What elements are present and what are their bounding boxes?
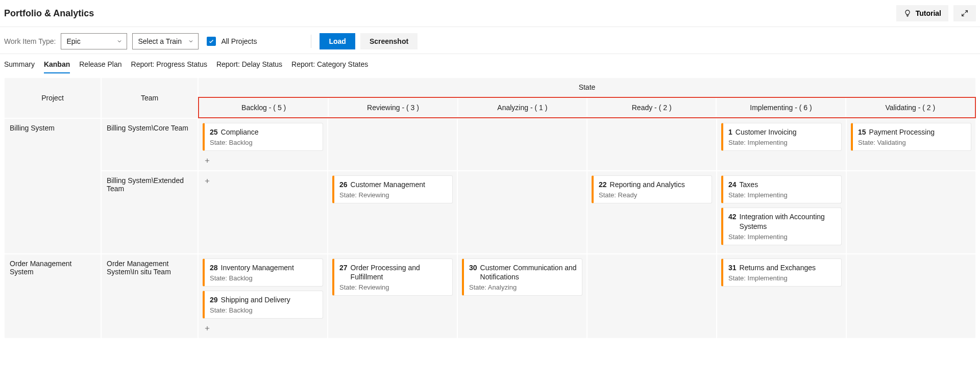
cards-cell: 24TaxesState: Implementing42Integration … [717, 171, 846, 254]
state-headers-highlight: Backlog - ( 5 )Reviewing - ( 3 )Analyzin… [198, 97, 976, 118]
cards-cell: 28Inventory ManagementState: Backlog29Sh… [198, 254, 328, 339]
epic-card[interactable]: 29Shipping and DeliveryState: Backlog [203, 291, 323, 319]
add-card-button[interactable] [203, 323, 212, 334]
cards-cell: 25ComplianceState: Backlog [198, 118, 328, 171]
card-title: Taxes [740, 180, 758, 189]
header-state-reviewing: Reviewing - ( 3 ) [328, 98, 457, 117]
toolbar: Work Item Type: Epic Select a Train All … [0, 27, 980, 54]
epic-card[interactable]: 30Customer Communication and Notificatio… [462, 258, 582, 296]
card-id: 1 [728, 127, 732, 137]
cards-cell [198, 171, 328, 254]
card-id: 27 [339, 263, 348, 272]
epic-card[interactable]: 31Returns and ExchangesState: Implementi… [721, 258, 842, 287]
card-state: State: Backlog [210, 306, 317, 314]
header-state-implementing: Implementing - ( 6 ) [716, 98, 845, 117]
work-item-type-value: Epic [66, 37, 80, 45]
project-cell: Order Management System [4, 254, 101, 339]
tutorial-button[interactable]: Tutorial [896, 5, 948, 21]
team-cell: Billing System\Extended Team [101, 171, 198, 254]
card-title: Returns and Exchanges [740, 263, 816, 272]
tab-report-delay-status[interactable]: Report: Delay Status [216, 57, 282, 73]
add-card-button[interactable] [203, 175, 212, 187]
epic-card[interactable]: 25ComplianceState: Backlog [203, 123, 323, 151]
card-state: State: Implementing [728, 274, 836, 282]
team-cell: Order Management System\In situ Team [101, 254, 198, 339]
card-title: Order Processing and Fulfillment [351, 263, 447, 281]
card-state: State: Validating [858, 139, 966, 146]
cards-cell [587, 118, 717, 171]
cards-cell: 30Customer Communication and Notificatio… [457, 254, 587, 339]
card-title: Customer Invoicing [736, 127, 797, 137]
cards-cell [846, 254, 976, 339]
tutorial-label: Tutorial [916, 9, 941, 17]
card-title: Customer Management [351, 180, 425, 189]
train-select[interactable]: Select a Train [132, 33, 199, 49]
cards-cell: 27Order Processing and FulfillmentState:… [328, 254, 457, 339]
card-id: 28 [210, 263, 218, 272]
card-id: 30 [469, 263, 477, 272]
chevron-down-icon [116, 38, 122, 44]
epic-card[interactable]: 24TaxesState: Implementing [721, 175, 842, 203]
header-state-validating: Validating - ( 2 ) [846, 98, 975, 117]
header-project: Project [4, 77, 101, 118]
epic-card[interactable]: 26Customer ManagementState: Reviewing [332, 175, 453, 203]
header-team: Team [101, 77, 198, 118]
expand-icon [961, 9, 969, 17]
card-state: State: Implementing [728, 233, 836, 241]
card-state: State: Analyzing [469, 283, 577, 291]
header-state-ready: Ready - ( 2 ) [587, 98, 716, 117]
add-card-button[interactable] [203, 155, 212, 166]
tab-report-progress-status[interactable]: Report: Progress Status [131, 57, 207, 73]
card-id: 31 [728, 263, 737, 272]
chevron-down-icon [188, 38, 194, 44]
fullscreen-button[interactable] [953, 5, 976, 21]
work-item-type-select[interactable]: Epic [61, 33, 127, 49]
tabs: SummaryKanbanRelease PlanReport: Progres… [0, 54, 980, 73]
epic-card[interactable]: 15Payment ProcessingState: Validating [851, 123, 971, 151]
card-id: 26 [339, 180, 348, 189]
card-state: State: Implementing [728, 191, 836, 199]
cards-cell [328, 118, 457, 171]
card-id: 29 [210, 295, 218, 304]
epic-card[interactable]: 1Customer InvoicingState: Implementing [721, 123, 842, 151]
screenshot-button[interactable]: Screenshot [360, 33, 418, 49]
tab-kanban[interactable]: Kanban [44, 57, 70, 73]
lightbulb-icon [903, 9, 912, 17]
cards-cell: 31Returns and ExchangesState: Implementi… [717, 254, 846, 339]
cards-cell [457, 171, 587, 254]
header-state-backlog: Backlog - ( 5 ) [199, 98, 328, 117]
epic-card[interactable]: 28Inventory ManagementState: Backlog [203, 258, 323, 287]
project-cell: Billing System [4, 118, 101, 254]
card-id: 24 [728, 180, 737, 189]
epic-card[interactable]: 42Integration with Accounting SystemsSta… [721, 208, 842, 245]
card-id: 42 [728, 212, 737, 221]
all-projects-checkbox[interactable] [207, 37, 216, 46]
tab-report-category-states[interactable]: Report: Category States [291, 57, 368, 73]
card-state: State: Backlog [210, 139, 317, 146]
epic-card[interactable]: 22Reporting and AnalyticsState: Ready [592, 175, 712, 203]
cards-cell: 22Reporting and AnalyticsState: Ready [587, 171, 717, 254]
load-button[interactable]: Load [320, 33, 355, 49]
train-value: Select a Train [138, 37, 182, 45]
card-state: State: Implementing [728, 139, 836, 146]
all-projects-label: All Projects [221, 37, 257, 45]
cards-cell [846, 171, 976, 254]
card-id: 22 [599, 180, 607, 189]
card-title: Reporting and Analytics [610, 180, 685, 189]
title-actions: Tutorial [896, 5, 976, 21]
card-title: Inventory Management [221, 263, 294, 272]
card-title: Integration with Accounting Systems [740, 212, 836, 230]
tab-summary[interactable]: Summary [4, 57, 35, 73]
page-title: Portfolio & Analytics [4, 8, 94, 19]
card-title: Payment Processing [869, 127, 935, 137]
tab-release-plan[interactable]: Release Plan [79, 57, 121, 73]
cards-cell: 1Customer InvoicingState: Implementing [717, 118, 846, 171]
card-title: Compliance [221, 127, 259, 137]
epic-card[interactable]: 27Order Processing and FulfillmentState:… [332, 258, 453, 296]
cards-cell [587, 254, 717, 339]
card-title: Shipping and Delivery [221, 295, 290, 304]
card-state: State: Reviewing [339, 191, 447, 199]
cards-cell: 26Customer ManagementState: Reviewing [328, 171, 457, 254]
card-state: State: Reviewing [339, 283, 447, 291]
team-cell: Billing System\Core Team [101, 118, 198, 171]
